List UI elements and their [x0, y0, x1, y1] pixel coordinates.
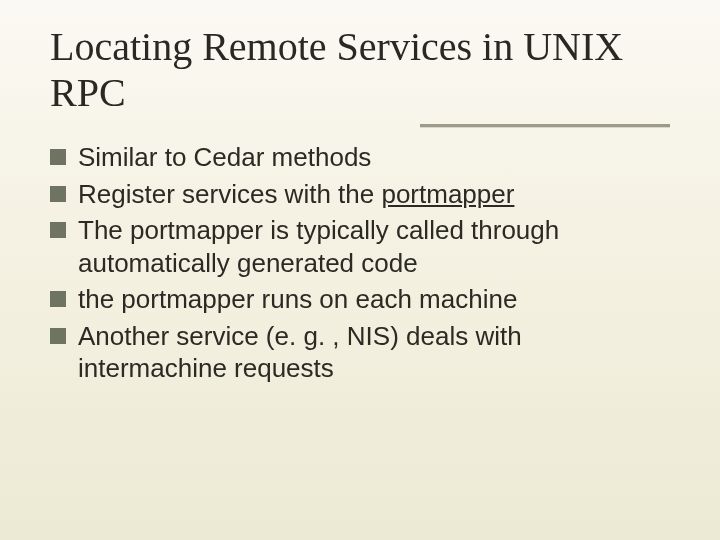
bullet-icon	[50, 291, 66, 307]
slide: Locating Remote Services in UNIX RPC Sim…	[0, 0, 720, 540]
list-item-text: Another service (e. g. , NIS) deals with…	[78, 320, 670, 385]
list-item: Register services with the portmapper	[50, 178, 670, 211]
bullet-icon	[50, 186, 66, 202]
list-item: Another service (e. g. , NIS) deals with…	[50, 320, 670, 385]
bullet-icon	[50, 149, 66, 165]
bullet-list: Similar to Cedar methods Register servic…	[50, 141, 670, 385]
list-item-text: Register services with the portmapper	[78, 178, 670, 211]
list-item: The portmapper is typically called throu…	[50, 214, 670, 279]
list-item-text: Similar to Cedar methods	[78, 141, 670, 174]
list-item: the portmapper runs on each machine	[50, 283, 670, 316]
title-divider	[50, 124, 670, 127]
slide-title: Locating Remote Services in UNIX RPC	[50, 24, 670, 116]
list-item: Similar to Cedar methods	[50, 141, 670, 174]
bullet-icon	[50, 328, 66, 344]
list-item-text: the portmapper runs on each machine	[78, 283, 670, 316]
bullet-icon	[50, 222, 66, 238]
list-item-text: The portmapper is typically called throu…	[78, 214, 670, 279]
